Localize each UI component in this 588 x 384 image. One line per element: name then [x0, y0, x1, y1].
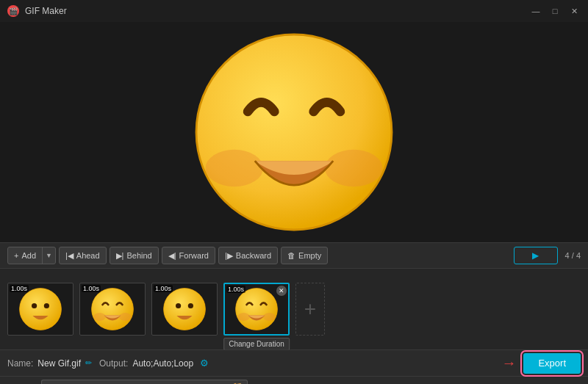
app-icon: 🎬	[7, 5, 19, 17]
app-title: GIF Maker	[25, 6, 523, 16]
frame-item-selected[interactable]: 1.00s ✕ Change Durati	[223, 283, 290, 336]
add-button[interactable]: + Add ▼	[7, 247, 56, 264]
export-button[interactable]: Export	[523, 353, 581, 374]
emoji-preview	[191, 29, 397, 235]
edit-icon[interactable]: ✏	[85, 358, 92, 368]
behind-label: Behind	[126, 251, 151, 260]
plus-icon: +	[14, 251, 18, 260]
svg-point-13	[93, 313, 106, 321]
svg-point-5	[325, 150, 382, 186]
backward-button[interactable]: |▶ Backward	[218, 247, 278, 264]
close-button[interactable]: ✕	[567, 4, 581, 18]
behind-icon: ▶|	[116, 251, 124, 261]
svg-point-4	[206, 150, 263, 186]
save-path: C:\Vidmore\Vidmore V... Converter\GIF Ma…	[41, 380, 247, 385]
frame-duration: 1.00s	[226, 286, 245, 293]
play-icon: ▶	[532, 250, 539, 261]
add-frame-button[interactable]: +	[295, 283, 325, 336]
forward-label: Forward	[179, 251, 209, 260]
bottom-bar: Name: New Gif.gif ✏ Output: Auto;Auto;Lo…	[0, 349, 588, 376]
timeline: 1.00s 1.00s	[0, 269, 588, 349]
svg-point-8	[32, 303, 37, 308]
output-label: Output:	[99, 358, 128, 369]
frame-item[interactable]: 1.00s	[79, 283, 146, 336]
frame-counter: 4 / 4	[565, 251, 581, 260]
backward-icon: |▶	[225, 251, 233, 261]
name-label: Name:	[7, 358, 33, 369]
empty-button[interactable]: 🗑 Empty	[281, 247, 328, 264]
frame-item[interactable]: 1.00s	[151, 283, 218, 336]
frame-item[interactable]: 1.00s	[7, 283, 74, 336]
empty-label: Empty	[298, 251, 321, 260]
title-bar: 🎬 GIF Maker — □ ✕	[0, 0, 588, 22]
play-button[interactable]: ▶	[514, 247, 558, 264]
change-duration-tooltip: Change Duration	[223, 338, 290, 349]
svg-point-9	[44, 303, 49, 308]
path-dropdown[interactable]: ▼	[215, 380, 228, 385]
forward-icon: ◀|	[168, 251, 176, 261]
toolbar: + Add ▼ |◀ Ahead ▶| Behind ◀| Forward |▶…	[0, 242, 588, 269]
path-text: C:\Vidmore\Vidmore V... Converter\GIF Ma…	[41, 380, 215, 385]
output-value: Auto;Auto;Loop	[132, 358, 193, 369]
svg-point-23	[237, 313, 250, 321]
output-section: Output: Auto;Auto;Loop ⚙	[99, 357, 211, 370]
path-folder[interactable]: 📁	[228, 380, 248, 385]
svg-point-19	[188, 303, 193, 308]
add-label: Add	[21, 251, 36, 260]
frame-duration: 1.00s	[154, 285, 173, 292]
arrow-indicator: →	[501, 355, 516, 372]
backward-label: Backward	[236, 251, 271, 260]
svg-point-18	[176, 303, 181, 308]
ahead-icon: |◀	[65, 251, 74, 261]
forward-button[interactable]: ◀| Forward	[162, 247, 215, 264]
frame-duration: 1.00s	[10, 285, 29, 292]
trash-icon: 🗑	[287, 251, 295, 260]
ahead-label: Ahead	[76, 251, 100, 260]
name-value: New Gif.gif	[37, 358, 81, 369]
settings-icon[interactable]: ⚙	[198, 357, 211, 370]
svg-point-24	[263, 313, 276, 321]
svg-point-14	[119, 313, 132, 321]
name-section: Name: New Gif.gif ✏	[7, 358, 92, 369]
frame-close-button[interactable]: ✕	[276, 286, 287, 296]
minimize-button[interactable]: —	[529, 4, 542, 18]
behind-button[interactable]: ▶| Behind	[110, 247, 159, 264]
add-main[interactable]: + Add	[8, 247, 42, 264]
maximize-button[interactable]: □	[548, 4, 562, 18]
frame-duration: 1.00s	[82, 285, 101, 292]
add-dropdown-arrow[interactable]: ▼	[42, 247, 55, 264]
ahead-button[interactable]: |◀ Ahead	[59, 247, 107, 264]
save-bar: Save to: C:\Vidmore\Vidmore V... Convert…	[0, 376, 588, 384]
preview-area	[0, 22, 588, 242]
